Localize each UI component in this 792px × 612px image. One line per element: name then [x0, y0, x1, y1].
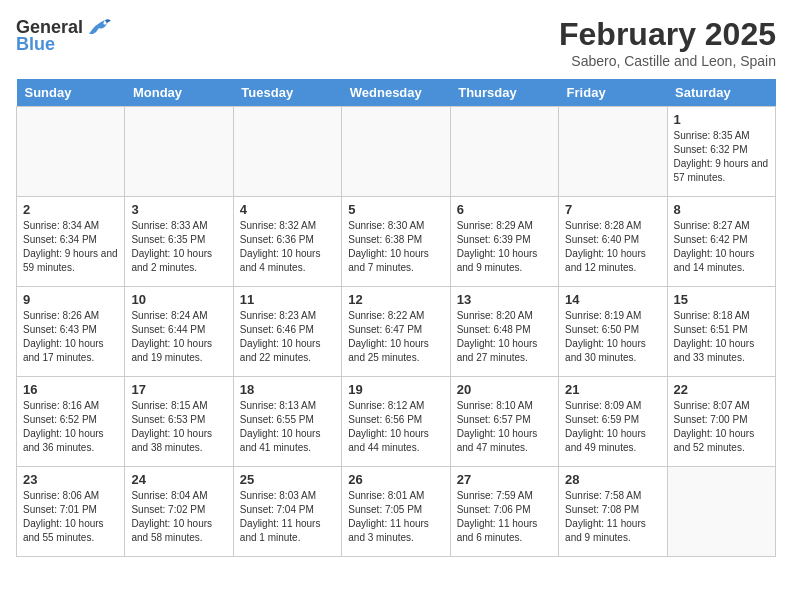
title-section: February 2025 Sabero, Castille and Leon,…	[559, 16, 776, 69]
calendar-cell: 26Sunrise: 8:01 AM Sunset: 7:05 PM Dayli…	[342, 467, 450, 557]
day-number: 18	[240, 382, 335, 397]
calendar-week-row: 1Sunrise: 8:35 AM Sunset: 6:32 PM Daylig…	[17, 107, 776, 197]
calendar-cell: 21Sunrise: 8:09 AM Sunset: 6:59 PM Dayli…	[559, 377, 667, 467]
calendar-cell: 4Sunrise: 8:32 AM Sunset: 6:36 PM Daylig…	[233, 197, 341, 287]
calendar-week-row: 9Sunrise: 8:26 AM Sunset: 6:43 PM Daylig…	[17, 287, 776, 377]
day-number: 11	[240, 292, 335, 307]
day-number: 23	[23, 472, 118, 487]
calendar-cell: 28Sunrise: 7:58 AM Sunset: 7:08 PM Dayli…	[559, 467, 667, 557]
logo-text-blue: Blue	[16, 34, 55, 55]
calendar-cell: 16Sunrise: 8:16 AM Sunset: 6:52 PM Dayli…	[17, 377, 125, 467]
calendar-cell: 23Sunrise: 8:06 AM Sunset: 7:01 PM Dayli…	[17, 467, 125, 557]
calendar-table: SundayMondayTuesdayWednesdayThursdayFrid…	[16, 79, 776, 557]
day-number: 28	[565, 472, 660, 487]
day-number: 3	[131, 202, 226, 217]
calendar-cell: 2Sunrise: 8:34 AM Sunset: 6:34 PM Daylig…	[17, 197, 125, 287]
calendar-cell	[17, 107, 125, 197]
calendar-cell: 6Sunrise: 8:29 AM Sunset: 6:39 PM Daylig…	[450, 197, 558, 287]
calendar-cell	[667, 467, 775, 557]
day-info: Sunrise: 8:27 AM Sunset: 6:42 PM Dayligh…	[674, 219, 769, 275]
calendar-cell: 19Sunrise: 8:12 AM Sunset: 6:56 PM Dayli…	[342, 377, 450, 467]
day-number: 4	[240, 202, 335, 217]
day-info: Sunrise: 8:19 AM Sunset: 6:50 PM Dayligh…	[565, 309, 660, 365]
day-number: 21	[565, 382, 660, 397]
day-number: 9	[23, 292, 118, 307]
calendar-week-row: 16Sunrise: 8:16 AM Sunset: 6:52 PM Dayli…	[17, 377, 776, 467]
day-info: Sunrise: 8:16 AM Sunset: 6:52 PM Dayligh…	[23, 399, 118, 455]
day-number: 5	[348, 202, 443, 217]
day-number: 20	[457, 382, 552, 397]
calendar-cell: 24Sunrise: 8:04 AM Sunset: 7:02 PM Dayli…	[125, 467, 233, 557]
day-info: Sunrise: 8:28 AM Sunset: 6:40 PM Dayligh…	[565, 219, 660, 275]
day-info: Sunrise: 8:10 AM Sunset: 6:57 PM Dayligh…	[457, 399, 552, 455]
day-info: Sunrise: 8:06 AM Sunset: 7:01 PM Dayligh…	[23, 489, 118, 545]
calendar-cell: 27Sunrise: 7:59 AM Sunset: 7:06 PM Dayli…	[450, 467, 558, 557]
weekday-header-thursday: Thursday	[450, 79, 558, 107]
weekday-header-row: SundayMondayTuesdayWednesdayThursdayFrid…	[17, 79, 776, 107]
calendar-cell: 22Sunrise: 8:07 AM Sunset: 7:00 PM Dayli…	[667, 377, 775, 467]
day-info: Sunrise: 8:29 AM Sunset: 6:39 PM Dayligh…	[457, 219, 552, 275]
day-number: 1	[674, 112, 769, 127]
day-info: Sunrise: 8:09 AM Sunset: 6:59 PM Dayligh…	[565, 399, 660, 455]
calendar-cell: 20Sunrise: 8:10 AM Sunset: 6:57 PM Dayli…	[450, 377, 558, 467]
weekday-header-friday: Friday	[559, 79, 667, 107]
calendar-cell: 12Sunrise: 8:22 AM Sunset: 6:47 PM Dayli…	[342, 287, 450, 377]
day-info: Sunrise: 8:03 AM Sunset: 7:04 PM Dayligh…	[240, 489, 335, 545]
calendar-cell: 17Sunrise: 8:15 AM Sunset: 6:53 PM Dayli…	[125, 377, 233, 467]
weekday-header-wednesday: Wednesday	[342, 79, 450, 107]
day-info: Sunrise: 8:04 AM Sunset: 7:02 PM Dayligh…	[131, 489, 226, 545]
calendar-week-row: 2Sunrise: 8:34 AM Sunset: 6:34 PM Daylig…	[17, 197, 776, 287]
day-info: Sunrise: 8:24 AM Sunset: 6:44 PM Dayligh…	[131, 309, 226, 365]
calendar-title: February 2025	[559, 16, 776, 53]
calendar-cell: 11Sunrise: 8:23 AM Sunset: 6:46 PM Dayli…	[233, 287, 341, 377]
day-number: 25	[240, 472, 335, 487]
day-number: 12	[348, 292, 443, 307]
day-info: Sunrise: 8:18 AM Sunset: 6:51 PM Dayligh…	[674, 309, 769, 365]
calendar-cell: 7Sunrise: 8:28 AM Sunset: 6:40 PM Daylig…	[559, 197, 667, 287]
day-info: Sunrise: 8:30 AM Sunset: 6:38 PM Dayligh…	[348, 219, 443, 275]
calendar-cell: 18Sunrise: 8:13 AM Sunset: 6:55 PM Dayli…	[233, 377, 341, 467]
calendar-cell: 9Sunrise: 8:26 AM Sunset: 6:43 PM Daylig…	[17, 287, 125, 377]
calendar-week-row: 23Sunrise: 8:06 AM Sunset: 7:01 PM Dayli…	[17, 467, 776, 557]
day-number: 14	[565, 292, 660, 307]
day-number: 17	[131, 382, 226, 397]
day-number: 6	[457, 202, 552, 217]
day-info: Sunrise: 8:01 AM Sunset: 7:05 PM Dayligh…	[348, 489, 443, 545]
day-info: Sunrise: 8:22 AM Sunset: 6:47 PM Dayligh…	[348, 309, 443, 365]
day-info: Sunrise: 8:26 AM Sunset: 6:43 PM Dayligh…	[23, 309, 118, 365]
calendar-cell: 25Sunrise: 8:03 AM Sunset: 7:04 PM Dayli…	[233, 467, 341, 557]
logo: General Blue	[16, 16, 113, 55]
day-number: 26	[348, 472, 443, 487]
weekday-header-sunday: Sunday	[17, 79, 125, 107]
calendar-cell	[342, 107, 450, 197]
day-info: Sunrise: 8:12 AM Sunset: 6:56 PM Dayligh…	[348, 399, 443, 455]
day-info: Sunrise: 8:23 AM Sunset: 6:46 PM Dayligh…	[240, 309, 335, 365]
calendar-cell: 1Sunrise: 8:35 AM Sunset: 6:32 PM Daylig…	[667, 107, 775, 197]
day-number: 19	[348, 382, 443, 397]
calendar-cell: 10Sunrise: 8:24 AM Sunset: 6:44 PM Dayli…	[125, 287, 233, 377]
day-number: 7	[565, 202, 660, 217]
day-number: 2	[23, 202, 118, 217]
day-info: Sunrise: 8:34 AM Sunset: 6:34 PM Dayligh…	[23, 219, 118, 275]
day-number: 27	[457, 472, 552, 487]
calendar-cell	[450, 107, 558, 197]
day-info: Sunrise: 8:20 AM Sunset: 6:48 PM Dayligh…	[457, 309, 552, 365]
day-info: Sunrise: 8:13 AM Sunset: 6:55 PM Dayligh…	[240, 399, 335, 455]
calendar-cell	[233, 107, 341, 197]
calendar-subtitle: Sabero, Castille and Leon, Spain	[559, 53, 776, 69]
calendar-cell	[125, 107, 233, 197]
day-number: 15	[674, 292, 769, 307]
weekday-header-tuesday: Tuesday	[233, 79, 341, 107]
calendar-cell	[559, 107, 667, 197]
day-info: Sunrise: 8:32 AM Sunset: 6:36 PM Dayligh…	[240, 219, 335, 275]
day-info: Sunrise: 8:35 AM Sunset: 6:32 PM Dayligh…	[674, 129, 769, 185]
day-info: Sunrise: 8:07 AM Sunset: 7:00 PM Dayligh…	[674, 399, 769, 455]
day-info: Sunrise: 7:59 AM Sunset: 7:06 PM Dayligh…	[457, 489, 552, 545]
logo-bird-icon	[85, 16, 113, 38]
calendar-cell: 14Sunrise: 8:19 AM Sunset: 6:50 PM Dayli…	[559, 287, 667, 377]
day-number: 13	[457, 292, 552, 307]
weekday-header-monday: Monday	[125, 79, 233, 107]
page-header: General Blue February 2025 Sabero, Casti…	[16, 16, 776, 69]
day-info: Sunrise: 8:33 AM Sunset: 6:35 PM Dayligh…	[131, 219, 226, 275]
weekday-header-saturday: Saturday	[667, 79, 775, 107]
